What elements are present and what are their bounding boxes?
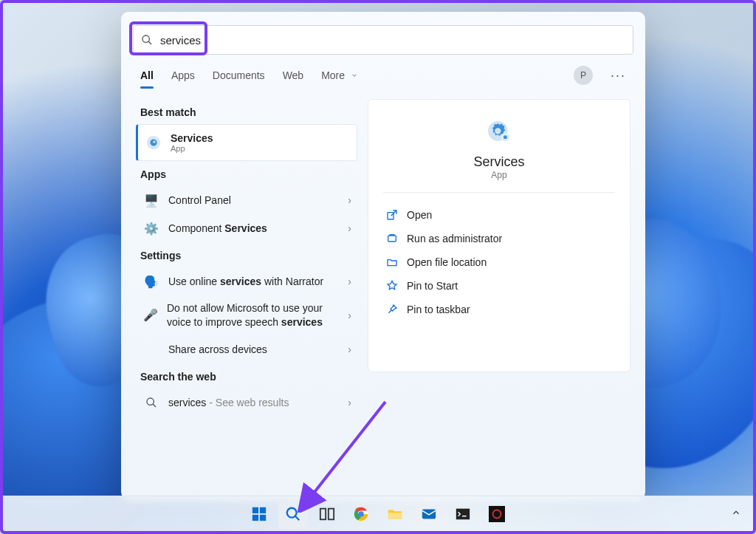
tab-apps[interactable]: Apps — [171, 65, 195, 86]
action-pin-taskbar[interactable]: Pin to taskbar — [383, 298, 615, 321]
taskbar-search[interactable] — [278, 499, 308, 529]
taskbar-obs[interactable] — [482, 499, 512, 529]
component-services-icon: ⚙️ — [143, 220, 159, 236]
taskbar-explorer[interactable] — [380, 499, 410, 529]
detail-subtitle: App — [383, 170, 615, 180]
svg-line-1 — [148, 41, 151, 44]
svg-rect-12 — [252, 507, 258, 513]
svg-rect-25 — [456, 508, 470, 519]
svg-rect-18 — [320, 508, 326, 519]
svg-rect-24 — [422, 509, 436, 518]
microphone-icon: 🎤 — [143, 307, 158, 324]
result-web-search[interactable]: services - See web results › — [136, 388, 357, 417]
svg-point-3 — [147, 398, 154, 405]
taskbar-terminal[interactable] — [448, 499, 478, 529]
taskbar-mail[interactable] — [414, 499, 444, 529]
narrator-icon: 🗣️ — [143, 273, 159, 290]
result-speech-services[interactable]: 🎤 Do not allow Microsoft to use your voi… — [136, 295, 357, 335]
result-share-devices[interactable]: Share across devices › — [136, 335, 357, 363]
chevron-right-icon: › — [348, 275, 351, 287]
chevron-right-icon: › — [348, 194, 351, 206]
taskbar-taskview[interactable] — [312, 499, 342, 529]
svg-point-16 — [287, 507, 297, 517]
detail-title: Services — [383, 154, 615, 170]
taskbar-tray-chevron[interactable] — [731, 507, 741, 521]
result-title: Services — [171, 132, 213, 144]
action-run-admin[interactable]: Run as administrator — [383, 227, 615, 250]
group-web: Search the web — [140, 371, 357, 383]
svg-point-6 — [495, 128, 501, 134]
chevron-right-icon: › — [348, 343, 351, 355]
pin-icon — [386, 304, 398, 315]
chevron-right-icon: › — [348, 222, 351, 234]
svg-line-4 — [153, 404, 156, 407]
action-open[interactable]: Open — [383, 203, 615, 227]
group-settings: Settings — [140, 250, 357, 261]
overflow-menu[interactable]: ··· — [611, 68, 626, 83]
result-best-match[interactable]: Services App — [136, 124, 357, 161]
svg-line-17 — [295, 516, 300, 520]
group-apps: Apps — [140, 168, 357, 180]
svg-rect-26 — [489, 506, 505, 522]
svg-rect-19 — [329, 508, 334, 519]
search-input[interactable] — [159, 33, 625, 47]
taskbar-chrome[interactable] — [346, 499, 376, 529]
svg-point-0 — [142, 35, 149, 42]
result-narrator-services[interactable]: 🗣️ Use online services with Narrator › — [136, 267, 357, 295]
folder-icon — [386, 256, 398, 268]
action-pin-start[interactable]: Pin to Start — [383, 274, 615, 298]
search-panel: All Apps Documents Web More P ··· Best m… — [121, 12, 645, 499]
taskbar-start[interactable] — [244, 499, 274, 529]
tab-documents[interactable]: Documents — [213, 65, 265, 86]
search-icon — [141, 34, 153, 46]
user-avatar[interactable]: P — [574, 66, 593, 85]
svg-rect-13 — [260, 507, 266, 513]
chevron-right-icon: › — [348, 397, 351, 408]
action-open-location[interactable]: Open file location — [383, 250, 615, 274]
filter-tabs: All Apps Documents Web More P ··· — [121, 65, 645, 86]
control-panel-icon: 🖥️ — [143, 192, 159, 208]
svg-rect-14 — [252, 514, 258, 520]
search-bar[interactable] — [133, 25, 633, 55]
svg-point-8 — [504, 135, 507, 139]
detail-pane: Services App Open Run as administrator O… — [368, 99, 630, 372]
result-control-panel[interactable]: 🖥️ Control Panel › — [136, 186, 357, 214]
results-list: Best match Services App Apps 🖥️ Control … — [136, 99, 357, 417]
svg-rect-23 — [388, 513, 402, 518]
search-icon — [143, 394, 159, 411]
services-gear-icon — [145, 134, 162, 151]
svg-rect-10 — [388, 236, 396, 242]
svg-rect-15 — [260, 514, 266, 520]
taskbar — [3, 496, 753, 531]
chevron-right-icon: › — [348, 309, 351, 321]
group-best-match: Best match — [140, 106, 357, 118]
svg-rect-9 — [388, 213, 394, 219]
tab-all[interactable]: All — [140, 65, 154, 86]
open-icon — [386, 209, 398, 221]
tab-more[interactable]: More — [321, 65, 358, 86]
tab-web[interactable]: Web — [283, 65, 304, 86]
chevron-down-icon — [351, 72, 358, 79]
shield-icon — [386, 233, 398, 244]
services-gear-icon — [484, 117, 514, 147]
result-subtitle: App — [171, 144, 213, 153]
result-component-services[interactable]: ⚙️ Component Services › — [136, 214, 357, 242]
pin-icon — [386, 280, 398, 292]
svg-point-2 — [147, 136, 160, 149]
